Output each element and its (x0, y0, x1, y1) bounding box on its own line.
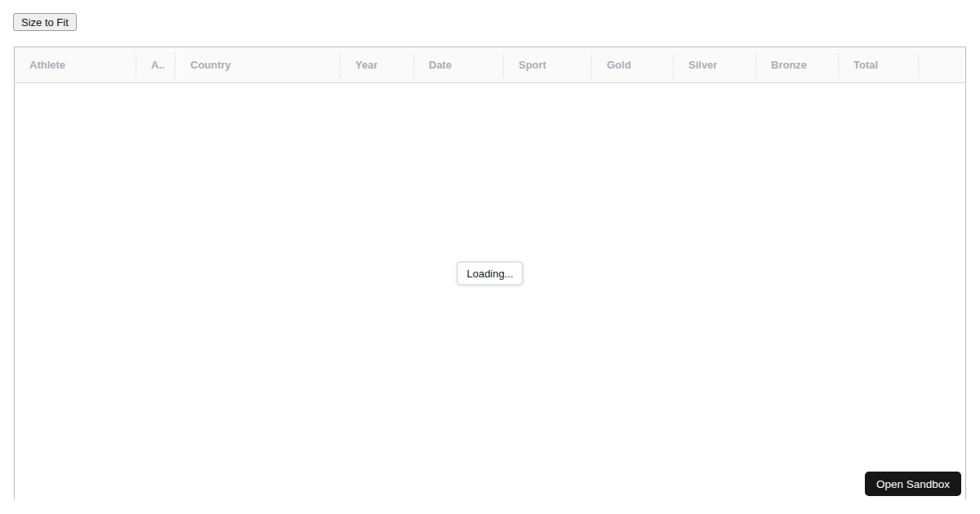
column-header-athlete[interactable]: Athlete (15, 47, 136, 82)
column-header-total[interactable]: Total (839, 47, 919, 82)
open-sandbox-button[interactable]: Open Sandbox (865, 472, 961, 496)
column-header-label: Gold (607, 59, 631, 71)
column-header-age[interactable]: A.. (136, 47, 176, 82)
column-header-label: Country (190, 59, 231, 71)
column-header-filler (919, 47, 965, 82)
column-header-label: Silver (688, 59, 717, 71)
column-header-label: Year (355, 59, 377, 71)
column-header-year[interactable]: Year (341, 47, 414, 82)
column-header-date[interactable]: Date (414, 47, 504, 82)
column-header-bronze[interactable]: Bronze (756, 47, 839, 82)
data-grid: Athlete A.. Country Year Date Sport Gold (14, 47, 966, 499)
grid-header-row: Athlete A.. Country Year Date Sport Gold (15, 47, 965, 83)
column-header-label: Bronze (771, 59, 807, 71)
column-header-label: A.. (151, 59, 165, 71)
column-header-gold[interactable]: Gold (592, 47, 674, 82)
column-header-sport[interactable]: Sport (504, 47, 592, 82)
loading-label: Loading... (466, 267, 513, 279)
loading-overlay: Loading... (457, 261, 523, 285)
column-header-label: Sport (519, 59, 546, 71)
column-header-silver[interactable]: Silver (674, 47, 756, 82)
size-to-fit-button[interactable]: Size to Fit (13, 13, 77, 31)
column-header-label: Athlete (29, 59, 65, 71)
column-header-country[interactable]: Country (176, 47, 341, 82)
grid-body (15, 83, 965, 499)
column-header-label: Total (853, 59, 878, 71)
column-header-label: Date (429, 59, 452, 71)
